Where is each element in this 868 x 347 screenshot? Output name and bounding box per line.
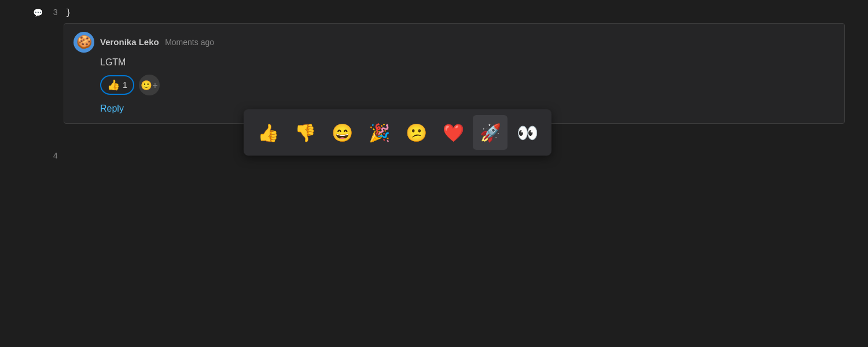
emoji-option-confused[interactable]: 😕 (399, 115, 433, 150)
emoji-option-thumbs-down[interactable]: 👎 (288, 115, 322, 150)
add-reaction-icon: 🙂+ (141, 80, 157, 91)
emoji-option-heart[interactable]: ❤️ (436, 115, 470, 150)
emoji-option-party[interactable]: 🎉 (362, 115, 396, 150)
emoji-option-eyes[interactable]: 👀 (510, 115, 545, 150)
author-info: Veronika Leko Moments ago (100, 37, 214, 47)
comment-thread: 🍪 Veronika Leko Moments ago LGTM 👍 1 🙂+ … (64, 23, 845, 124)
line-3-row: 💬 3 (33, 5, 58, 21)
line-number-4: 4 (46, 152, 58, 161)
line-number-3: 3 (46, 8, 58, 17)
main-content: } 🍪 Veronika Leko Moments ago LGTM 👍 1 🙂… (64, 0, 868, 347)
comment-body: LGTM (100, 57, 835, 68)
reactions-row: 👍 1 🙂+ (100, 75, 835, 95)
avatar: 🍪 (73, 32, 94, 53)
bottom-area (64, 126, 868, 347)
reaction-count: 1 (123, 80, 127, 90)
emoji-option-grinning[interactable]: 😄 (325, 115, 359, 150)
line-4-row: 4 (46, 148, 58, 164)
emoji-picker: 👍 👎 😄 🎉 😕 ❤️ 🚀 👀 (244, 109, 551, 156)
comment-timestamp: Moments ago (165, 38, 214, 47)
thumbs-up-reaction[interactable]: 👍 1 (100, 75, 134, 95)
reaction-emoji: 👍 (107, 79, 120, 91)
avatar-emoji: 🍪 (76, 35, 92, 50)
comment-author: Veronika Leko (100, 37, 159, 47)
emoji-option-rocket[interactable]: 🚀 (473, 115, 507, 150)
comment-icon: 💬 (33, 8, 43, 17)
add-reaction-button[interactable]: 🙂+ (139, 75, 160, 95)
comment-header: 🍪 Veronika Leko Moments ago (73, 32, 835, 53)
line-gutter: 💬 3 4 (0, 0, 64, 347)
code-line-3: } (64, 5, 868, 21)
code-line-3-text: } (66, 8, 71, 17)
emoji-option-thumbs-up[interactable]: 👍 (251, 115, 285, 150)
